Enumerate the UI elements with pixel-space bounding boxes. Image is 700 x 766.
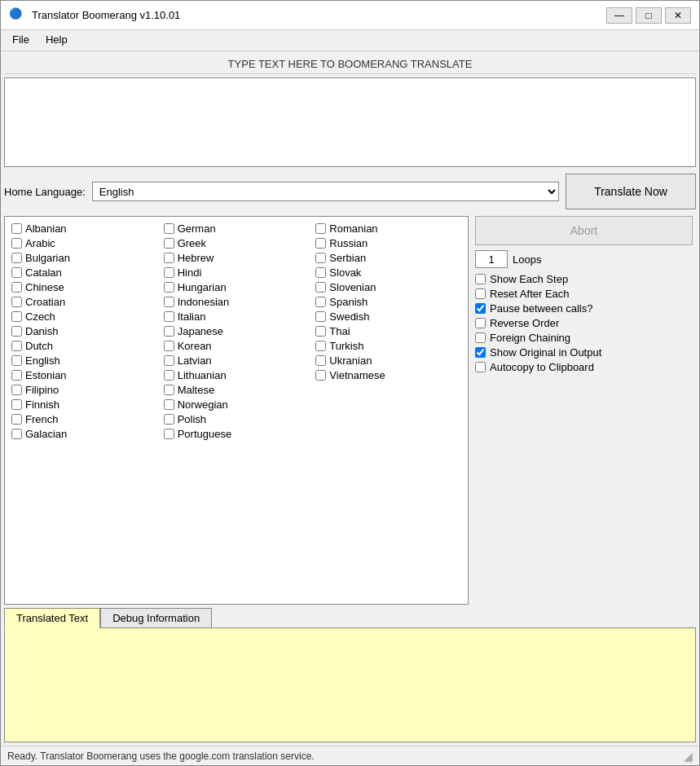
language-checkbox-serbian[interactable]	[315, 253, 326, 263]
language-label[interactable]: Lithuanian	[178, 369, 227, 381]
language-label[interactable]: Indonesian	[178, 296, 230, 308]
language-label[interactable]: Croatian	[25, 296, 65, 308]
option-label-reverse_order[interactable]: Reverse Order	[490, 317, 559, 329]
language-label[interactable]: Turkish	[329, 340, 363, 352]
language-label[interactable]: Vietnamese	[329, 369, 385, 381]
option-checkbox-foreign_chaining[interactable]	[475, 332, 486, 343]
language-checkbox-slovenian[interactable]	[315, 282, 326, 293]
language-checkbox-danish[interactable]	[11, 326, 22, 337]
language-checkbox-hindi[interactable]	[164, 267, 174, 278]
language-label[interactable]: Norwegian	[178, 398, 228, 411]
language-checkbox-hebrew[interactable]	[164, 253, 174, 263]
language-label[interactable]: Italian	[178, 310, 206, 323]
option-checkbox-reverse_order[interactable]	[475, 318, 486, 328]
language-checkbox-vietnamese[interactable]	[315, 370, 326, 381]
language-label[interactable]: Bulgarian	[25, 252, 70, 264]
language-checkbox-chinese[interactable]	[11, 282, 22, 293]
option-checkbox-show_original[interactable]	[475, 347, 486, 358]
language-checkbox-turkish[interactable]	[315, 341, 326, 351]
home-language-select[interactable]: EnglishFrenchGermanSpanishItalianPortugu…	[92, 182, 559, 201]
language-label[interactable]: Hungarian	[178, 281, 227, 293]
language-label[interactable]: Ukranian	[329, 354, 372, 367]
language-label[interactable]: Filipino	[25, 384, 59, 396]
language-label[interactable]: Korean	[178, 340, 212, 352]
language-checkbox-greek[interactable]	[164, 238, 174, 249]
language-label[interactable]: Catalan	[25, 266, 62, 279]
language-label[interactable]: Maltese	[178, 384, 215, 396]
language-checkbox-spanish[interactable]	[315, 297, 326, 307]
language-label[interactable]: Dutch	[25, 340, 53, 352]
language-label[interactable]: Hebrew	[178, 252, 214, 264]
language-checkbox-czech[interactable]	[11, 311, 22, 322]
language-checkbox-romanian[interactable]	[315, 223, 326, 234]
option-checkbox-autocopy[interactable]	[475, 362, 486, 372]
tab-translated[interactable]: Translated Text	[4, 608, 100, 628]
language-label[interactable]: Russian	[329, 237, 368, 249]
option-checkbox-reset_after_each[interactable]	[475, 288, 486, 299]
language-checkbox-norwegian[interactable]	[164, 399, 174, 410]
language-label[interactable]: Portuguese	[178, 428, 232, 440]
language-checkbox-italian[interactable]	[164, 311, 174, 322]
language-checkbox-korean[interactable]	[164, 341, 174, 351]
language-checkbox-albanian[interactable]	[11, 223, 22, 234]
output-textarea[interactable]	[4, 628, 696, 742]
language-checkbox-maltese[interactable]	[164, 385, 174, 395]
minimize-button[interactable]: —	[606, 7, 632, 24]
option-label-reset_after_each[interactable]: Reset After Each	[490, 288, 570, 300]
language-label[interactable]: Spanish	[329, 296, 368, 308]
language-label[interactable]: Arabic	[25, 237, 55, 249]
menu-file[interactable]: File	[6, 32, 36, 49]
language-label[interactable]: Galacian	[25, 428, 67, 440]
language-checkbox-latvian[interactable]	[164, 355, 174, 366]
language-checkbox-german[interactable]	[164, 223, 174, 234]
language-label[interactable]: Japanese	[178, 325, 223, 337]
option-label-pause_between[interactable]: Pause between calls?	[490, 302, 592, 315]
maximize-button[interactable]: □	[636, 7, 662, 24]
language-checkbox-portuguese[interactable]	[164, 429, 174, 439]
language-checkbox-galacian[interactable]	[11, 429, 22, 439]
language-checkbox-russian[interactable]	[315, 238, 326, 249]
language-checkbox-indonesian[interactable]	[164, 297, 174, 307]
language-label[interactable]: Slovak	[329, 266, 361, 279]
language-label[interactable]: Slovenian	[329, 281, 376, 293]
loops-input[interactable]	[475, 250, 508, 268]
language-checkbox-english[interactable]	[11, 355, 22, 366]
language-label[interactable]: English	[25, 354, 60, 367]
language-checkbox-dutch[interactable]	[11, 341, 22, 351]
language-label[interactable]: Serbian	[329, 252, 366, 264]
language-checkbox-swedish[interactable]	[315, 311, 326, 322]
language-checkbox-japanese[interactable]	[164, 326, 174, 337]
option-checkbox-pause_between[interactable]	[475, 303, 486, 314]
language-checkbox-croatian[interactable]	[11, 297, 22, 307]
language-checkbox-arabic[interactable]	[11, 238, 22, 249]
language-label[interactable]: Albanian	[25, 222, 67, 235]
language-label[interactable]: Czech	[25, 310, 55, 323]
language-checkbox-estonian[interactable]	[11, 370, 22, 381]
language-label[interactable]: Romanian	[329, 222, 377, 235]
language-checkbox-filipino[interactable]	[11, 385, 22, 395]
language-label[interactable]: Polish	[178, 413, 206, 425]
language-label[interactable]: Swedish	[329, 310, 369, 323]
language-checkbox-hungarian[interactable]	[164, 282, 174, 293]
language-label[interactable]: German	[178, 222, 216, 235]
language-label[interactable]: Thai	[329, 325, 350, 337]
abort-button[interactable]: Abort	[475, 216, 693, 245]
language-label[interactable]: Chinese	[25, 281, 64, 293]
input-textarea[interactable]	[4, 77, 696, 167]
option-label-show_each_step[interactable]: Show Each Step	[490, 273, 568, 285]
tab-debug[interactable]: Debug Information	[100, 608, 212, 627]
close-button[interactable]: ✕	[665, 7, 691, 24]
language-label[interactable]: Finnish	[25, 398, 59, 411]
option-label-show_original[interactable]: Show Original in Output	[490, 346, 601, 359]
language-checkbox-french[interactable]	[11, 414, 22, 425]
option-label-foreign_chaining[interactable]: Foreign Chaining	[490, 332, 570, 344]
language-label[interactable]: Latvian	[178, 354, 212, 367]
language-checkbox-slovak[interactable]	[315, 267, 326, 278]
language-label[interactable]: Estonian	[25, 369, 67, 381]
language-label[interactable]: Hindi	[178, 266, 202, 279]
language-checkbox-lithuanian[interactable]	[164, 370, 174, 381]
language-checkbox-polish[interactable]	[164, 414, 174, 425]
language-checkbox-finnish[interactable]	[11, 399, 22, 410]
menu-help[interactable]: Help	[39, 32, 74, 49]
language-checkbox-catalan[interactable]	[11, 267, 22, 278]
